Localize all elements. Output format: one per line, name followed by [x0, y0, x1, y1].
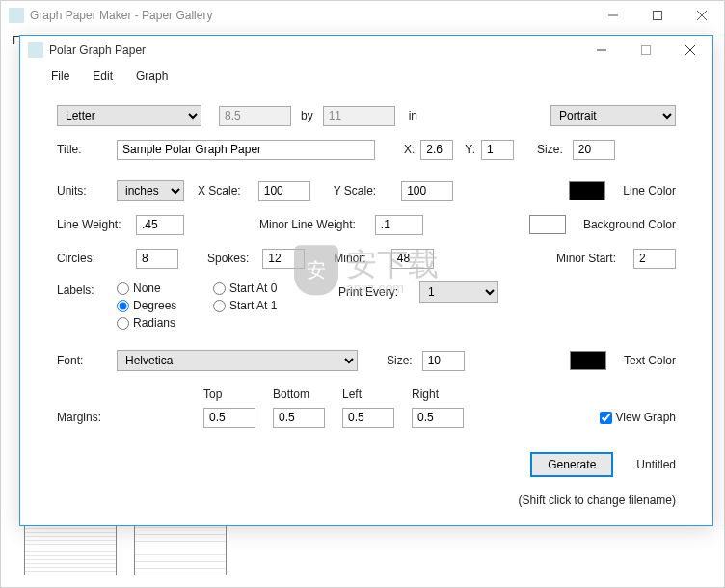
bg-color-label: Background Color [583, 218, 676, 231]
maximize-button[interactable] [624, 36, 668, 65]
margin-right-label: Right [412, 388, 481, 401]
minor-start-input[interactable] [633, 249, 676, 269]
dialog-titlebar: Polar Graph Paper [20, 36, 712, 65]
minor-input[interactable] [391, 249, 434, 269]
font-size-input[interactable] [422, 351, 465, 371]
paper-height-input [323, 106, 395, 126]
margin-top-label: Top [203, 388, 273, 401]
margin-top-input[interactable] [203, 408, 255, 428]
print-every-label: Print Every: [338, 285, 398, 299]
dialog-title: Polar Graph Paper [49, 43, 146, 57]
menu-edit[interactable]: Edit [83, 67, 122, 85]
x-label: X: [404, 143, 415, 156]
xscale-label: X Scale: [198, 184, 241, 198]
minor-start-label: Minor Start: [556, 252, 616, 265]
radio-radians[interactable]: Radians [117, 316, 213, 330]
orientation-select[interactable]: Portrait [550, 105, 676, 126]
polar-graph-dialog: Polar Graph Paper File Edit Graph 安下载 an… [19, 35, 713, 526]
outer-window-controls [591, 1, 724, 30]
font-size-label: Size: [387, 354, 413, 367]
xscale-input[interactable] [258, 181, 310, 201]
form-area: Letter by in Portrait Title: X: Y: Size:… [20, 88, 712, 521]
generate-button[interactable]: Generate [530, 452, 613, 477]
margin-left-label: Left [342, 388, 412, 401]
units-select[interactable]: inches [117, 180, 184, 201]
minor-weight-input[interactable] [375, 215, 423, 235]
close-button[interactable] [680, 1, 724, 30]
spokes-label: Spokes: [207, 252, 249, 265]
radio-none[interactable]: None [117, 281, 213, 295]
radio-start-at-0[interactable]: Start At 0 [213, 281, 309, 295]
font-select[interactable]: Helvetica [117, 350, 358, 371]
units-label: Units: [57, 184, 117, 198]
view-graph-checkbox[interactable]: View Graph [600, 411, 676, 424]
font-label: Font: [57, 354, 117, 367]
spokes-input[interactable] [262, 249, 305, 269]
y-label: Y: [465, 143, 475, 156]
radio-degrees[interactable]: Degrees [117, 299, 213, 312]
text-color-swatch[interactable] [570, 351, 606, 370]
circles-input[interactable] [136, 249, 178, 269]
margin-bottom-input[interactable] [273, 408, 325, 428]
print-every-select[interactable]: 1 [419, 281, 498, 303]
minor-label: Minor: [334, 252, 365, 265]
dialog-icon [28, 42, 43, 58]
radio-start-at-1[interactable]: Start At 1 [213, 299, 309, 312]
paper-width-input [219, 106, 291, 126]
paper-size-select[interactable]: Letter [57, 105, 201, 126]
yscale-input[interactable] [401, 181, 453, 201]
svg-rect-1 [654, 12, 662, 20]
svg-rect-5 [642, 45, 651, 54]
unit-label: in [409, 109, 417, 122]
title-label: Title: [57, 143, 117, 156]
maximize-button[interactable] [635, 1, 680, 30]
dialog-window-controls [579, 36, 712, 65]
margin-bottom-label: Bottom [273, 388, 342, 401]
minimize-button[interactable] [579, 36, 624, 65]
labels-label: Labels: [57, 281, 117, 297]
by-label: by [301, 109, 313, 122]
filename-hint: (Shift click to change filename) [519, 494, 676, 507]
text-color-label: Text Color [624, 354, 676, 367]
line-weight-input[interactable] [136, 215, 184, 235]
app-icon [9, 8, 24, 23]
y-input[interactable] [481, 140, 514, 160]
margin-right-input[interactable] [412, 408, 464, 428]
minimize-button[interactable] [591, 1, 635, 30]
circles-label: Circles: [57, 252, 136, 265]
dialog-menubar: File Edit Graph [20, 65, 712, 88]
title-size-input[interactable] [573, 140, 615, 160]
line-color-label: Line Color [623, 184, 676, 198]
minor-weight-label: Minor Line Weight: [259, 218, 356, 231]
title-input[interactable] [117, 140, 375, 160]
menu-file[interactable]: File [41, 67, 79, 85]
outer-titlebar: Graph Paper Maker - Paper Gallery [1, 1, 724, 30]
menu-graph[interactable]: Graph [126, 67, 177, 85]
margin-left-input[interactable] [342, 408, 394, 428]
line-color-swatch[interactable] [569, 181, 605, 200]
yscale-label: Y Scale: [334, 184, 376, 198]
size-label: Size: [537, 143, 563, 156]
background-color-swatch[interactable] [529, 215, 566, 234]
close-button[interactable] [668, 36, 712, 65]
filename-label: Untitled [636, 458, 676, 471]
outer-title: Graph Paper Maker - Paper Gallery [30, 9, 212, 22]
x-input[interactable] [420, 140, 453, 160]
margins-label: Margins: [57, 411, 203, 424]
line-weight-label: Line Weight: [57, 218, 136, 231]
